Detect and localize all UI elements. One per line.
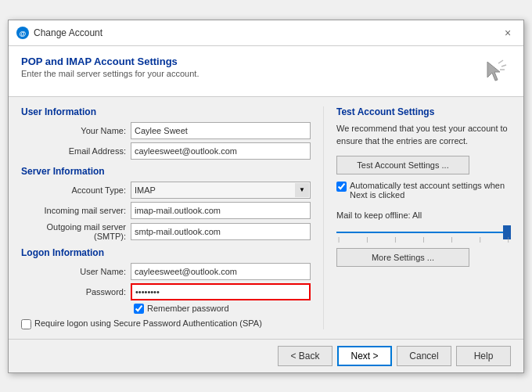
account-type-select-wrapper: IMAP POP3 ▼	[131, 182, 311, 199]
mail-offline-label: Mail to keep offline: All	[336, 210, 511, 220]
dialog-content: User Information Your Name: Email Addres…	[9, 97, 523, 339]
more-settings-button[interactable]: More Settings ...	[336, 248, 469, 267]
title-bar: @ Change Account ×	[9, 20, 523, 46]
server-info-title: Server Information	[21, 166, 311, 177]
header-subtitle: Enter the mail server settings for your …	[21, 69, 199, 78]
remember-password-row: Remember password	[134, 304, 311, 314]
your-name-row: Your Name:	[21, 122, 311, 139]
incoming-server-input[interactable]	[131, 202, 311, 219]
back-button[interactable]: < Back	[278, 346, 332, 366]
account-type-select[interactable]: IMAP POP3	[131, 182, 311, 199]
title-bar-left: @ Change Account	[16, 27, 102, 39]
auto-test-checkbox[interactable]	[336, 182, 347, 192]
auto-test-label: Automatically test account settings when…	[350, 181, 511, 200]
test-account-settings-button[interactable]: Test Account Settings ...	[336, 156, 469, 174]
close-button[interactable]: ×	[500, 25, 516, 41]
change-account-dialog: @ Change Account × POP and IMAP Account …	[8, 20, 524, 373]
dialog-header: POP and IMAP Account Settings Enter the …	[9, 46, 523, 97]
username-input[interactable]	[131, 263, 311, 280]
svg-line-4	[501, 65, 506, 67]
outgoing-server-input[interactable]	[131, 223, 311, 240]
dialog-icon: @	[16, 27, 29, 39]
user-info-title: User Information	[21, 106, 311, 117]
outgoing-server-label: Outgoing mail server (SMTP):	[21, 222, 131, 241]
password-label: Password:	[21, 287, 131, 297]
email-label: Email Address:	[21, 146, 131, 156]
username-row: User Name:	[21, 263, 311, 280]
account-type-row: Account Type: IMAP POP3 ▼	[21, 182, 311, 199]
svg-line-3	[498, 60, 503, 63]
remember-password-label: Remember password	[147, 304, 229, 313]
mail-offline-value: All	[412, 210, 422, 220]
next-button[interactable]: Next >	[337, 346, 392, 366]
username-label: User Name:	[21, 267, 131, 276]
test-settings-title: Test Account Settings	[336, 106, 511, 117]
dialog-footer: < Back Next > Cancel Help	[9, 339, 523, 372]
require-spa-label: Require logon using Secure Password Auth…	[34, 318, 262, 328]
dialog-title: Change Account	[34, 27, 102, 38]
help-button[interactable]: Help	[456, 346, 511, 366]
your-name-input[interactable]	[131, 122, 311, 139]
account-type-label: Account Type:	[21, 185, 131, 195]
svg-text:@: @	[20, 30, 27, 38]
slider-fill	[336, 232, 511, 233]
logon-info-title: Logon Information	[21, 247, 311, 258]
outgoing-server-row: Outgoing mail server (SMTP):	[21, 222, 311, 241]
svg-marker-2	[487, 62, 500, 81]
test-settings-desc: We recommend that you test your account …	[336, 122, 511, 148]
incoming-server-row: Incoming mail server:	[21, 202, 311, 219]
remember-password-checkbox[interactable]	[134, 304, 144, 314]
left-panel: User Information Your Name: Email Addres…	[21, 106, 311, 329]
incoming-server-label: Incoming mail server:	[21, 206, 131, 215]
require-spa-checkbox[interactable]	[21, 319, 31, 329]
cancel-button[interactable]: Cancel	[397, 346, 451, 366]
email-row: Email Address:	[21, 142, 311, 160]
auto-test-row: Automatically test account settings when…	[336, 181, 511, 200]
password-row: Password:	[21, 283, 311, 300]
require-spa-row: Require logon using Secure Password Auth…	[21, 318, 311, 329]
right-panel: Test Account Settings We recommend that …	[323, 106, 511, 329]
your-name-label: Your Name:	[21, 126, 131, 135]
header-left: POP and IMAP Account Settings Enter the …	[21, 56, 199, 78]
email-input[interactable]	[131, 142, 311, 160]
header-icon	[480, 56, 511, 87]
header-title: POP and IMAP Account Settings	[21, 56, 199, 67]
slider-track	[336, 232, 511, 233]
mail-offline-slider-container: | | | | | | |	[336, 225, 511, 240]
password-input[interactable]	[131, 283, 311, 300]
